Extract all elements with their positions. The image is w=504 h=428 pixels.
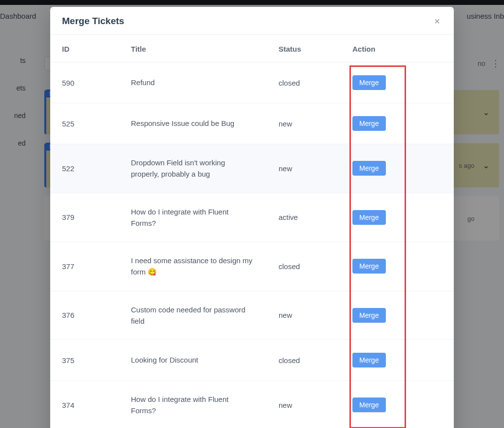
ticket-status: active [267, 193, 341, 242]
merge-button[interactable]: Merge [352, 353, 386, 367]
ticket-title: Looking for Discount [119, 340, 267, 381]
ticket-id: 376 [50, 291, 119, 340]
ticket-status: closed [267, 62, 341, 103]
ticket-status: new [267, 144, 341, 193]
merge-button[interactable]: Merge [352, 116, 386, 131]
column-header-status: Status [267, 35, 341, 62]
ticket-title: How do I integrate with Fluent Forms? [119, 193, 267, 242]
merge-button[interactable]: Merge [352, 259, 386, 274]
table-row[interactable]: 525Responsive Issue could be BugnewMerge [50, 103, 454, 144]
ticket-title: How do I integrate with Fluent Forms? [119, 381, 267, 428]
merge-button[interactable]: Merge [352, 75, 386, 90]
ticket-id: 522 [50, 144, 119, 193]
modal-header: Merge Tickets [50, 7, 454, 35]
action-cell: Merge [341, 242, 454, 291]
ticket-title: I need some assistance to design my form… [119, 242, 267, 291]
table-row[interactable]: 374How do I integrate with Fluent Forms?… [50, 381, 454, 428]
merge-button[interactable]: Merge [352, 397, 386, 412]
ticket-status: new [267, 103, 341, 144]
action-cell: Merge [341, 193, 454, 242]
column-header-title: Title [119, 35, 267, 62]
ticket-status: closed [267, 340, 341, 381]
ticket-status: closed [267, 242, 341, 291]
ticket-id: 590 [50, 62, 119, 103]
ticket-id: 525 [50, 103, 119, 144]
ticket-status: new [267, 291, 341, 340]
ticket-title: Refund [119, 62, 267, 103]
ticket-id: 377 [50, 242, 119, 291]
ticket-title: Responsive Issue could be Bug [119, 103, 267, 144]
table-row[interactable]: 376Custom code needed for password field… [50, 291, 454, 340]
ticket-status: new [267, 381, 341, 428]
tickets-table: ID Title Status Action 590RefundclosedMe… [50, 35, 454, 428]
ticket-title: Dropdown Field isn't working properly, p… [119, 144, 267, 193]
merge-button[interactable]: Merge [352, 161, 386, 176]
action-cell: Merge [341, 62, 454, 103]
action-cell: Merge [341, 340, 454, 381]
table-row[interactable]: 379How do I integrate with Fluent Forms?… [50, 193, 454, 242]
merge-button[interactable]: Merge [352, 308, 386, 323]
modal-title: Merge Tickets [62, 16, 124, 27]
ticket-title: Custom code needed for password field [119, 291, 267, 340]
ticket-id: 379 [50, 193, 119, 242]
merge-button[interactable]: Merge [352, 210, 386, 225]
table-row[interactable]: 375Looking for DiscountclosedMerge [50, 340, 454, 381]
action-cell: Merge [341, 103, 454, 144]
action-cell: Merge [341, 144, 454, 193]
action-cell: Merge [341, 381, 454, 428]
close-icon[interactable] [432, 16, 442, 26]
ticket-id: 374 [50, 381, 119, 428]
merge-tickets-modal: Merge Tickets ID Title Status Action 590… [50, 7, 454, 428]
column-header-id: ID [50, 35, 119, 62]
column-header-action: Action [341, 35, 454, 62]
table-row[interactable]: 522Dropdown Field isn't working properly… [50, 144, 454, 193]
table-row[interactable]: 590RefundclosedMerge [50, 62, 454, 103]
table-row[interactable]: 377I need some assistance to design my f… [50, 242, 454, 291]
action-cell: Merge [341, 291, 454, 340]
ticket-id: 375 [50, 340, 119, 381]
